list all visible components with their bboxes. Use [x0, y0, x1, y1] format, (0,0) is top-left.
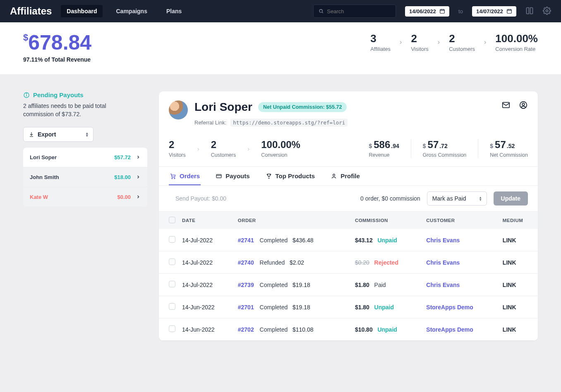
order-link[interactable]: #2702: [238, 326, 254, 333]
search-input[interactable]: [327, 8, 391, 14]
customer-link[interactable]: StoreApps Demo: [426, 304, 473, 311]
order-status: Completed: [260, 282, 288, 288]
svg-rect-19: [216, 174, 221, 178]
metric-value: 100.00%: [261, 139, 300, 151]
col-commission: COMMISSION: [352, 212, 423, 229]
table-row: 14-Jun-2022 #2702 Completed $110.08 $10.…: [159, 318, 538, 341]
currency-symbol: $: [369, 143, 372, 149]
gear-icon[interactable]: [543, 7, 551, 16]
metric-value: 2: [211, 139, 236, 151]
row-checkbox[interactable]: [169, 281, 175, 287]
funnel-customers-value: 2: [449, 32, 475, 45]
cell-date: 14-Jul-2022: [179, 274, 235, 296]
select-all-checkbox[interactable]: [169, 217, 175, 223]
order-link[interactable]: #2701: [238, 304, 254, 311]
customer-link[interactable]: StoreApps Demo: [426, 326, 473, 333]
mark-as-paid-select[interactable]: Mark as Paid ▴▾: [427, 191, 487, 206]
calendar-icon: [439, 8, 445, 14]
svg-point-0: [319, 10, 322, 12]
update-button[interactable]: Update: [494, 191, 528, 206]
date-from[interactable]: 14/06/2022: [405, 6, 449, 17]
order-link[interactable]: #2741: [238, 237, 254, 244]
metric-label: Gross Commission: [423, 152, 467, 158]
affiliate-name: John Smith: [30, 174, 59, 180]
affiliate-name: Kate W: [30, 194, 48, 200]
mail-icon[interactable]: [501, 100, 511, 110]
currency-symbol: $: [23, 32, 28, 43]
nav-dashboard[interactable]: Dashboard: [61, 5, 103, 17]
row-checkbox[interactable]: [169, 303, 175, 310]
cell-medium: LINK: [499, 251, 538, 274]
metric-label: Customers: [211, 152, 236, 158]
order-link[interactable]: #2739: [238, 282, 254, 288]
row-checkbox[interactable]: [169, 325, 175, 332]
date-to[interactable]: 14/07/2022: [472, 6, 516, 17]
metric-net-commission: $57.52 Net Commission: [490, 139, 528, 158]
row-checkbox[interactable]: [169, 236, 175, 243]
customer-link[interactable]: Chris Evans: [426, 259, 460, 266]
metric-dec: .52: [507, 143, 515, 149]
send-payout-text: Send Payout: $0.00: [175, 195, 226, 202]
affiliate-row-kate-w[interactable]: Kate W $0.00: [23, 187, 147, 207]
sort-icon: ▴▾: [479, 196, 482, 201]
order-status: Refunded: [260, 259, 285, 266]
nav-campaigns[interactable]: Campaigns: [110, 5, 153, 17]
customer-link[interactable]: Chris Evans: [426, 282, 460, 288]
metric-visitors: 2 Visitors: [169, 139, 186, 158]
cell-date: 14-Jun-2022: [179, 318, 235, 341]
tab-profile[interactable]: Profile: [330, 167, 361, 185]
avatar: [169, 100, 188, 120]
row-checkbox[interactable]: [169, 258, 175, 265]
funnel-conversion-label: Conversion Rate: [495, 46, 538, 52]
total-revenue-value: 678.84: [28, 31, 91, 54]
col-customer: CUSTOMER: [423, 212, 499, 229]
export-button[interactable]: Export ▴▾: [23, 127, 94, 142]
order-total: $436.48: [292, 237, 314, 244]
chevron-right-icon: ›: [247, 145, 249, 152]
order-status: Completed: [260, 304, 288, 311]
funnel-customers: 2 Customers: [449, 32, 475, 52]
order-link[interactable]: #2740: [238, 259, 254, 266]
affiliate-name: Lori Soper: [30, 154, 57, 160]
pay-status: Unpaid: [377, 326, 397, 333]
info-icon: [23, 92, 30, 98]
customer-link[interactable]: Chris Evans: [426, 237, 460, 244]
affiliate-row-john-smith[interactable]: John Smith $18.00: [23, 167, 147, 187]
global-search[interactable]: [313, 5, 396, 18]
funnel-conversion-value: 100.00%: [495, 32, 538, 45]
tab-top-products[interactable]: Top Products: [265, 167, 316, 185]
total-revenue-block: $678.84 97.11% of Total Revenue: [23, 32, 91, 63]
user-circle-icon[interactable]: [519, 100, 528, 110]
commission-amount: $10.80: [355, 326, 373, 333]
pending-payouts-heading: Pending Payouts: [23, 91, 147, 98]
user-icon: [331, 173, 337, 179]
chevron-right-icon: [136, 194, 141, 199]
funnel-conversion: 100.00% Conversion Rate: [495, 32, 538, 52]
pay-status: Paid: [374, 282, 386, 288]
cell-medium: LINK: [499, 274, 538, 296]
referral-link-value[interactable]: https://demo.storeapps.stg/?ref=lori: [230, 119, 348, 127]
book-icon[interactable]: [525, 7, 534, 16]
tab-payouts[interactable]: Payouts: [215, 167, 250, 185]
svg-point-17: [172, 178, 173, 179]
nav-plans[interactable]: Plans: [161, 5, 187, 17]
commission-amount: $43.12: [355, 237, 373, 244]
card-header: Lori Soper Net Unpaid Commission: $55.72…: [159, 91, 538, 132]
affiliate-detail-card: Lori Soper Net Unpaid Commission: $55.72…: [159, 91, 538, 341]
chevron-right-icon: ›: [484, 38, 486, 46]
tab-label: Top Products: [276, 172, 315, 179]
primary-nav: Dashboard Campaigns Plans: [61, 5, 187, 17]
affiliate-list: Lori Soper $57.72 John Smith $18.00 Kate…: [23, 148, 147, 207]
tab-orders[interactable]: Orders: [169, 167, 201, 185]
order-status: Completed: [260, 326, 288, 333]
affiliate-row-lori-soper[interactable]: Lori Soper $57.72: [23, 148, 147, 167]
referral-link-label: Referral Link:: [194, 120, 226, 126]
sidebar: Pending Payouts 2 affiliates needs to be…: [23, 91, 147, 341]
svg-point-21: [333, 174, 335, 176]
mark-as-paid-label: Mark as Paid: [432, 195, 466, 202]
divider: [411, 139, 411, 158]
currency-symbol: $: [423, 143, 426, 149]
funnel-stats: 3 Affiliates › 2 Visitors › 2 Customers …: [370, 32, 538, 52]
funnel-visitors: 2 Visitors: [411, 32, 428, 52]
svg-point-13: [26, 93, 26, 94]
